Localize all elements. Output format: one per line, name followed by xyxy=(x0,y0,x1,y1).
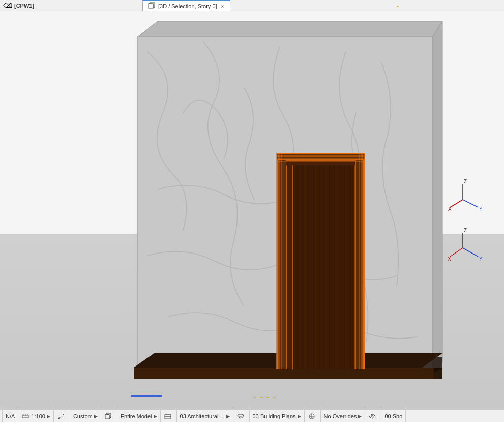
scale-arrow: ▶ xyxy=(47,414,50,419)
svg-text:X: X xyxy=(448,256,451,262)
scale-icon xyxy=(21,412,29,420)
window-label: [CPW1] xyxy=(14,3,34,9)
tab-label: [3D / Selection, Story 0] xyxy=(158,3,217,9)
svg-marker-79 xyxy=(105,413,111,419)
tab-close-button[interactable]: × xyxy=(220,4,225,9)
building-plans-label: 03 Building Plans xyxy=(253,413,296,419)
pen-icon xyxy=(57,412,65,420)
custom-item[interactable]: Custom ▶ xyxy=(70,410,101,422)
custom-label: Custom xyxy=(73,413,93,419)
svg-text:Z: Z xyxy=(464,179,467,184)
layer-icon-item[interactable] xyxy=(233,410,250,422)
svg-rect-24 xyxy=(292,165,355,369)
svg-rect-82 xyxy=(165,415,171,417)
architectural-label: 03 Architectural ... xyxy=(180,413,225,419)
viewport-tab[interactable]: [3D / Selection, Story 0] × xyxy=(142,0,230,11)
status-bar: N/A 1:100 ▶ Custom ▶ xyxy=(0,410,504,422)
model-icon xyxy=(104,412,112,420)
architectural-arrow: ▶ xyxy=(226,414,230,419)
entire-model-label: Entire Model xyxy=(121,413,152,419)
entire-model-arrow: ▶ xyxy=(154,414,157,419)
model-icon-item[interactable] xyxy=(101,410,117,422)
svg-rect-0 xyxy=(149,4,153,8)
architectural-item[interactable]: 03 Architectural ... ▶ xyxy=(177,410,233,422)
svg-rect-21 xyxy=(286,160,287,369)
pen-item[interactable] xyxy=(54,410,70,422)
svg-point-88 xyxy=(371,415,373,417)
no-overrides-item[interactable]: No Overrides ▶ xyxy=(321,410,366,422)
3d-icon xyxy=(148,2,155,10)
svg-rect-78 xyxy=(105,415,109,419)
svg-rect-81 xyxy=(165,417,171,419)
building-plans-item[interactable]: 03 Building Plans ▶ xyxy=(250,410,305,422)
layer-icon xyxy=(236,412,245,420)
svg-rect-42 xyxy=(292,165,293,369)
show-label: 00 Sho xyxy=(384,413,402,419)
scale-item[interactable]: 1:100 ▶ xyxy=(18,410,54,422)
svg-text:X: X xyxy=(448,206,452,212)
show-icon-item[interactable] xyxy=(365,410,381,422)
no-overrides-label: No Overrides xyxy=(324,413,357,419)
viewport[interactable]: - - - - Z X Y Z X Y xyxy=(0,11,504,410)
svg-rect-43 xyxy=(354,165,355,369)
svg-rect-8 xyxy=(134,368,434,379)
custom-arrow: ▶ xyxy=(94,414,98,419)
svg-rect-16 xyxy=(355,153,356,369)
override-icon xyxy=(308,412,316,420)
building-plans-arrow: ▶ xyxy=(298,414,301,419)
show-label-item[interactable]: 00 Sho xyxy=(381,410,406,422)
cursor-icon: ⌫ xyxy=(3,2,12,9)
svg-text:- - - -: - - - - xyxy=(254,393,276,401)
scale-label: 1:100 xyxy=(31,413,45,419)
no-overrides-arrow: ▶ xyxy=(358,414,362,419)
svg-point-84 xyxy=(238,414,244,416)
story-icon-item[interactable] xyxy=(161,410,177,422)
svg-text:Y: Y xyxy=(479,206,483,212)
story-icon xyxy=(164,412,172,420)
svg-marker-4 xyxy=(137,21,442,37)
svg-marker-5 xyxy=(432,21,442,378)
entire-model-item[interactable]: Entire Model ▶ xyxy=(117,410,161,422)
na-label: N/A xyxy=(6,413,15,419)
svg-rect-72 xyxy=(22,415,28,418)
svg-text:Y: Y xyxy=(479,256,483,262)
show-icon xyxy=(368,412,376,420)
svg-text:Z: Z xyxy=(464,228,467,233)
override-icon-item[interactable] xyxy=(305,410,321,422)
title-bar: ⌫ [CPW1] [3D / Selection, Story 0] × - -… xyxy=(0,0,504,11)
na-item[interactable]: N/A xyxy=(2,410,18,422)
